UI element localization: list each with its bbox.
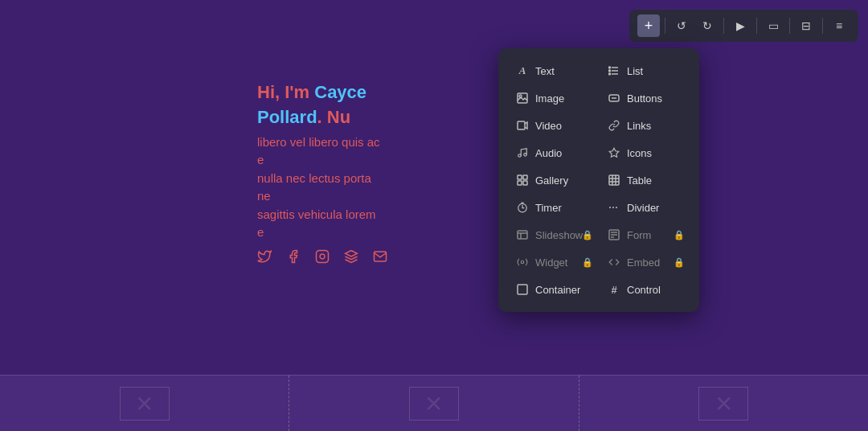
slideshow-menu-icon xyxy=(516,228,529,241)
slideshow-lock-icon: 🔒 xyxy=(582,230,593,240)
list-menu-icon xyxy=(608,64,620,77)
svg-rect-28 xyxy=(518,231,527,239)
container-menu-icon xyxy=(516,283,529,296)
svg-marker-15 xyxy=(609,148,619,157)
social-icons xyxy=(257,249,387,268)
body-line-2: nulla nec lectus porta ne xyxy=(257,170,386,206)
svg-rect-0 xyxy=(317,251,329,263)
svg-point-33 xyxy=(521,261,524,264)
menu-widget-label: Widget xyxy=(535,257,567,269)
menu-item-list[interactable]: List xyxy=(600,58,690,84)
svg-rect-20 xyxy=(609,175,619,185)
menu-item-container[interactable]: Container xyxy=(508,277,598,302)
menu-item-buttons[interactable]: Buttons xyxy=(600,85,690,111)
dropdown-menu: A Text List xyxy=(498,48,699,312)
icons-menu-icon xyxy=(608,146,620,159)
menu-video-label: Video xyxy=(535,120,562,132)
form-menu-icon xyxy=(608,228,620,241)
device-button[interactable]: ▭ xyxy=(762,14,784,37)
mail-icon[interactable] xyxy=(373,249,387,268)
menu-embed-label: Embed xyxy=(627,257,660,269)
content-body: libero vel libero quis ac e nulla nec le… xyxy=(257,133,386,242)
links-menu-icon xyxy=(608,119,620,132)
menu-audio-label: Audio xyxy=(535,147,562,159)
stack-icon[interactable] xyxy=(344,249,358,268)
divider-menu-icon xyxy=(608,201,620,214)
menu-control-label: Control xyxy=(627,284,661,296)
bottom-col-3 xyxy=(579,376,868,431)
menu-timer-label: Timer xyxy=(535,202,562,214)
toolbar-divider-5 xyxy=(822,18,823,34)
undo-button[interactable]: ↺ xyxy=(670,14,693,37)
bottom-section xyxy=(0,375,868,431)
svg-point-13 xyxy=(518,154,522,158)
menu-button[interactable]: ≡ xyxy=(828,14,850,37)
menu-item-image[interactable]: Image xyxy=(508,85,598,111)
svg-rect-16 xyxy=(518,175,522,179)
menu-item-audio[interactable]: Audio xyxy=(508,140,598,166)
svg-point-7 xyxy=(609,73,611,75)
menu-item-slideshow[interactable]: Slideshow 🔒 xyxy=(508,222,598,248)
toolbar-divider-1 xyxy=(665,18,665,34)
svg-rect-18 xyxy=(518,181,522,185)
buttons-menu-icon xyxy=(608,92,620,105)
control-menu-icon: # xyxy=(608,283,620,296)
canvas-area xyxy=(0,0,868,431)
menu-item-embed[interactable]: Embed 🔒 xyxy=(600,249,690,275)
menu-gallery-label: Gallery xyxy=(535,174,568,187)
add-button[interactable]: + xyxy=(637,14,660,37)
text-menu-icon: A xyxy=(516,64,529,77)
widget-menu-icon xyxy=(516,256,529,269)
play-button[interactable]: ▶ xyxy=(729,14,751,37)
widget-lock-icon: 🔒 xyxy=(582,257,593,268)
menu-item-timer[interactable]: Timer xyxy=(508,195,598,220)
menu-container-label: Container xyxy=(535,284,580,296)
embed-menu-icon xyxy=(608,256,620,269)
content-heading: Hi, I'm Cayce Pollard. Nu xyxy=(257,80,386,130)
gallery-menu-icon xyxy=(516,174,529,187)
menu-icons-label: Icons xyxy=(627,147,652,159)
bottom-col-2 xyxy=(289,376,579,431)
menu-item-links[interactable]: Links xyxy=(600,113,690,138)
menu-list-label: List xyxy=(627,65,643,77)
menu-links-label: Links xyxy=(627,120,651,132)
audio-menu-icon xyxy=(516,146,529,159)
menu-item-divider[interactable]: Divider xyxy=(600,195,690,220)
svg-rect-34 xyxy=(518,285,527,294)
image-menu-icon xyxy=(516,92,529,105)
menu-buttons-label: Buttons xyxy=(627,92,662,105)
save-button[interactable]: ⊟ xyxy=(795,14,817,37)
menu-grid: A Text List xyxy=(508,58,690,302)
svg-point-14 xyxy=(524,154,527,157)
table-menu-icon xyxy=(608,174,620,187)
video-menu-icon xyxy=(516,119,529,132)
toolbar: + ↺ ↻ ▶ ▭ ⊟ ≡ xyxy=(629,10,858,42)
toolbar-divider-4 xyxy=(789,18,790,34)
menu-item-gallery[interactable]: Gallery xyxy=(508,167,598,193)
menu-item-widget[interactable]: Widget 🔒 xyxy=(508,249,598,275)
menu-item-control[interactable]: # Control xyxy=(600,277,690,302)
body-line-3: sagittis vehicula lorem e xyxy=(257,206,386,242)
content-area: Hi, I'm Cayce Pollard. Nu libero vel lib… xyxy=(257,80,386,242)
svg-point-5 xyxy=(609,67,611,68)
redo-button[interactable]: ↻ xyxy=(696,14,719,37)
twitter-icon[interactable] xyxy=(257,249,272,268)
menu-divider-label: Divider xyxy=(627,202,659,214)
menu-item-text[interactable]: A Text xyxy=(508,58,598,84)
menu-item-icons[interactable]: Icons xyxy=(600,140,690,166)
form-lock-icon: 🔒 xyxy=(674,230,685,240)
svg-rect-19 xyxy=(523,181,527,185)
heading-end: . Nu xyxy=(317,107,351,127)
facebook-icon[interactable] xyxy=(286,249,301,268)
timer-menu-icon xyxy=(516,201,529,214)
menu-item-video[interactable]: Video xyxy=(508,113,598,138)
instagram-icon[interactable] xyxy=(315,249,330,268)
body-line-1: libero vel libero quis ac e xyxy=(257,133,386,170)
menu-item-form[interactable]: Form 🔒 xyxy=(600,222,690,248)
svg-rect-12 xyxy=(518,121,525,129)
bottom-col-1 xyxy=(0,376,289,431)
menu-form-label: Form xyxy=(627,229,651,241)
menu-item-table[interactable]: Table xyxy=(600,167,690,193)
svg-rect-17 xyxy=(523,175,527,179)
embed-lock-icon: 🔒 xyxy=(674,257,685,268)
